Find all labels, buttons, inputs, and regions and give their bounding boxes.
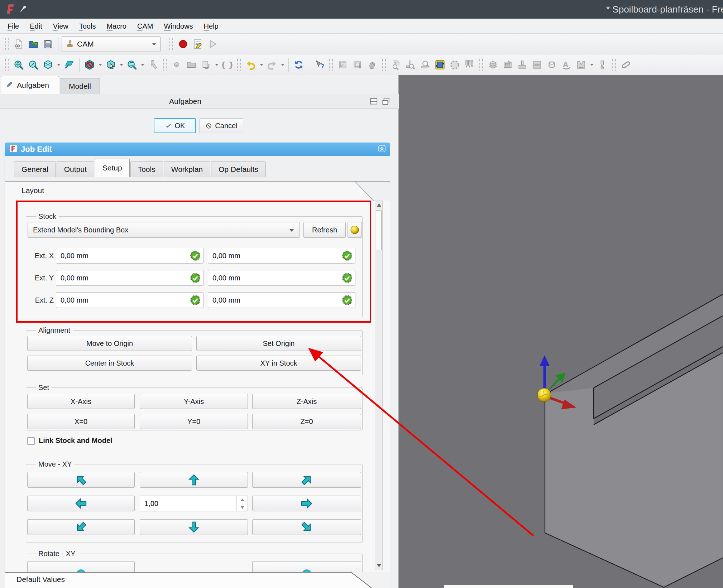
xy-in-stock-button[interactable]: XY in Stock <box>196 356 361 371</box>
toolbar-drag-handle[interactable] <box>329 59 333 71</box>
op-pocket-icon[interactable] <box>501 57 514 72</box>
spin-up-icon[interactable] <box>240 498 244 501</box>
save-document-icon[interactable] <box>41 37 55 52</box>
layout-section-title[interactable]: Layout <box>21 186 44 195</box>
dropdown-arrow-icon[interactable] <box>280 57 285 72</box>
toolbar-drag-handle[interactable] <box>169 38 173 50</box>
op-face-icon[interactable] <box>530 57 544 72</box>
cam-export-icon[interactable] <box>336 57 350 72</box>
panel-float-icon[interactable] <box>381 97 391 107</box>
move-left-button[interactable] <box>27 496 135 511</box>
op-engrave-icon[interactable]: A <box>560 57 573 72</box>
tab-output[interactable]: Output <box>57 162 94 177</box>
tab-op-defaults[interactable]: Op Defaults <box>211 162 266 177</box>
ok-button[interactable]: OK <box>154 118 196 133</box>
menu-macro[interactable]: Macro <box>101 19 132 33</box>
view-sync-icon[interactable] <box>125 57 139 72</box>
z-zero-button[interactable]: Z=0 <box>252 414 361 429</box>
toolbar-drag-handle[interactable] <box>237 59 241 71</box>
undo-icon[interactable] <box>244 57 258 72</box>
link-stock-model-checkbox[interactable] <box>27 437 35 445</box>
move-step-spinbox[interactable]: 1,00 <box>140 496 248 511</box>
tab-workplan[interactable]: Workplan <box>164 162 210 177</box>
macro-record-icon[interactable] <box>176 37 190 52</box>
cam-sanity-check-icon[interactable] <box>418 57 432 72</box>
view-zoom-selection-icon[interactable] <box>27 57 40 72</box>
ext-x-field-1[interactable]: 0,00 mm <box>56 248 204 264</box>
refresh-icon[interactable] <box>292 57 306 72</box>
menu-tools[interactable]: Tools <box>74 19 101 33</box>
pin-icon[interactable] <box>19 4 28 16</box>
redo-icon[interactable] <box>265 57 279 72</box>
menu-cam[interactable]: CAM <box>132 19 158 33</box>
cam-job-icon[interactable] <box>433 57 447 72</box>
panel-split-icon[interactable] <box>369 97 378 107</box>
view-fit-all-icon[interactable] <box>12 57 25 72</box>
link-stock-model-label[interactable]: Link Stock and Model <box>39 437 112 445</box>
ext-y-field-2[interactable]: 0,00 mm <box>208 270 355 286</box>
new-document-icon[interactable] <box>12 37 25 52</box>
viewport-3d[interactable] <box>399 75 723 588</box>
measure-icon[interactable] <box>146 57 160 72</box>
dropdown-arrow-icon[interactable] <box>589 57 594 72</box>
cancel-button[interactable]: Cancel <box>200 118 243 133</box>
move-to-origin-button[interactable]: Move to Origin <box>27 336 192 351</box>
z-axis-button[interactable]: Z-Axis <box>252 394 361 409</box>
open-document-icon[interactable] <box>27 37 40 52</box>
ext-y-field-1[interactable]: 0,00 mm <box>56 270 204 286</box>
stock-indicator-button[interactable] <box>348 222 362 238</box>
op-drilling-icon[interactable] <box>516 57 529 72</box>
spinner-buttons[interactable] <box>236 496 248 511</box>
cam-import-icon[interactable] <box>351 57 364 72</box>
dropdown-arrow-icon[interactable] <box>140 57 145 72</box>
stock-mode-select[interactable]: Extend Model's Bounding Box <box>28 222 300 238</box>
tab-general[interactable]: General <box>14 162 56 177</box>
macro-edit-icon[interactable] <box>191 37 205 52</box>
collapse-section-icon[interactable] <box>378 145 386 154</box>
menu-edit[interactable]: Edit <box>24 19 47 33</box>
cam-inspect-gcode-icon[interactable] <box>389 57 403 72</box>
view-set-view-icon[interactable] <box>62 57 76 72</box>
tab-modell[interactable]: Modell <box>60 78 100 94</box>
scrollbar-thumb[interactable] <box>376 210 382 250</box>
macro-execute-icon[interactable] <box>206 37 219 52</box>
whats-this-icon[interactable]: ? <box>312 57 326 72</box>
cam-toolbit-dock-icon[interactable] <box>463 57 476 72</box>
dropdown-arrow-icon[interactable] <box>119 57 124 72</box>
tab-setup[interactable]: Setup <box>95 159 130 177</box>
op-vcarve-icon[interactable] <box>595 57 609 72</box>
op-helix-icon[interactable] <box>545 57 559 72</box>
dropdown-arrow-icon[interactable] <box>56 57 61 72</box>
menu-file[interactable]: File <box>2 19 24 33</box>
refresh-button[interactable]: Refresh <box>303 222 346 238</box>
x-zero-button[interactable]: X=0 <box>27 414 135 429</box>
move-down-right-button[interactable] <box>252 519 361 535</box>
job-edit-header[interactable]: Job Edit <box>5 143 390 156</box>
ext-z-field-1[interactable]: 0,00 mm <box>56 292 204 308</box>
tab-tools[interactable]: Tools <box>130 162 163 177</box>
create-group-icon[interactable] <box>185 57 198 72</box>
cam-simulator-icon[interactable] <box>404 57 417 72</box>
x-axis-button[interactable]: X-Axis <box>27 394 135 409</box>
y-zero-button[interactable]: Y=0 <box>140 414 248 429</box>
op-deburr-icon[interactable] <box>574 57 588 72</box>
center-in-stock-button[interactable]: Center in Stock <box>27 356 192 371</box>
cam-postprocess-icon[interactable] <box>365 57 379 72</box>
spin-down-icon[interactable] <box>240 506 244 509</box>
set-origin-button[interactable]: Set Origin <box>196 336 361 351</box>
box-selection-icon[interactable] <box>104 57 118 72</box>
scroll-down-icon[interactable] <box>377 564 381 567</box>
y-axis-button[interactable]: Y-Axis <box>140 394 248 409</box>
make-link-icon[interactable] <box>199 57 213 72</box>
scroll-up-icon[interactable] <box>377 203 381 207</box>
ext-x-field-2[interactable]: 0,00 mm <box>208 248 355 264</box>
default-values-title[interactable]: Default Values <box>16 575 65 584</box>
toolbar-drag-handle[interactable] <box>382 59 386 71</box>
toolbar-drag-handle[interactable] <box>163 59 167 71</box>
tab-aufgaben[interactable]: Aufgaben <box>1 76 59 94</box>
move-down-left-button[interactable] <box>27 519 135 535</box>
dialog-scrollbar[interactable] <box>375 201 383 570</box>
menu-view[interactable]: View <box>48 19 74 33</box>
move-down-button[interactable] <box>140 519 248 535</box>
move-up-left-button[interactable] <box>27 472 135 488</box>
